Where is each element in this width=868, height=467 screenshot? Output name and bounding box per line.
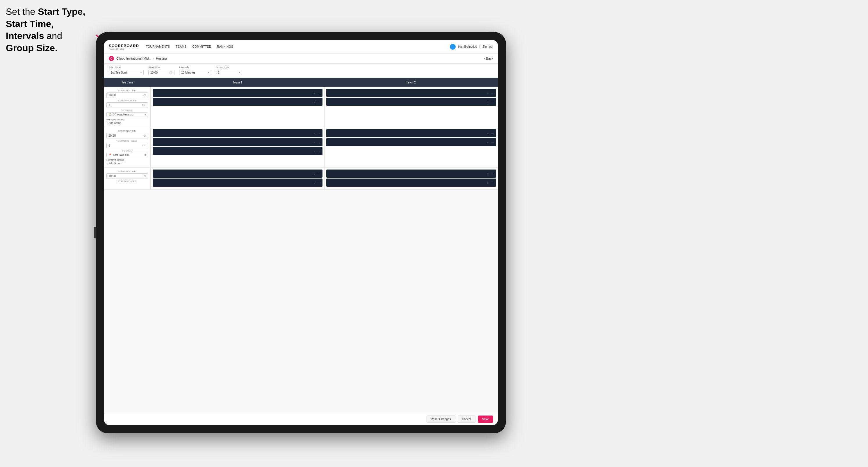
tablet-screen: SCOREBOARD Powered by clipp TOURNAMENTS … — [104, 40, 498, 425]
breadcrumb-icon: C — [109, 56, 114, 61]
group-2-team2-row-1-dots: ⋯ — [491, 182, 494, 185]
group-1-team1-row-0-remove[interactable]: × — [313, 132, 315, 135]
intervals-label: Intervals — [179, 66, 211, 69]
group-2-team1-row-1-remove[interactable]: × — [313, 182, 315, 185]
action-bar: Reset Changes Cancel Save — [104, 413, 498, 425]
group-1-actions: Remove Group + Add Group — [106, 158, 148, 165]
group-1-team1-row-1-dots: ⋯ — [317, 141, 320, 144]
group-row-1: STARTING TIME: 10:10 ⏱ STARTING HOLE: 1 … — [104, 127, 498, 167]
group-0-team2-row-0-dots: ⋯ — [491, 92, 494, 95]
group-2-team1-row-0: × ⋯ — [153, 169, 322, 178]
group-0-starting-hole-input[interactable]: 1 ⬆⬇ — [106, 102, 148, 108]
group-0-actions: Remove Group + Add Group — [106, 118, 148, 124]
group-1-team1-row-1-remove[interactable]: × — [313, 141, 315, 144]
group-1-team1-row-0: × ⋯ — [153, 129, 322, 137]
th-tee-time: Tee Time — [104, 80, 151, 85]
group-1-starting-hole-input[interactable]: 1 ⬆⬇ — [106, 143, 148, 148]
breadcrumb-tournament[interactable]: Clippd Invitational (Mid... — [116, 57, 151, 60]
group-1-course-icon: 📍 — [108, 154, 112, 156]
cancel-button[interactable]: Cancel — [458, 415, 475, 423]
group-0-team1-row-1: × ⋯ — [153, 98, 322, 106]
group-0-course-icon: 🏌 — [108, 113, 112, 116]
group-2-starting-time-label: STARTING TIME: — [106, 170, 148, 173]
nav-teams[interactable]: TEAMS — [176, 44, 186, 49]
group-2-team2-row-0-remove[interactable]: × — [487, 173, 489, 176]
group-1-team2: × ⋯ × ⋯ — [324, 127, 498, 167]
intervals-field: Intervals 10 Minutes ▾ — [179, 66, 211, 75]
group-1-team1-row-1: × ⋯ — [153, 138, 322, 146]
group-0-team1: × ⋯ × ⋯ — [151, 87, 324, 127]
group-0-team2-row-0: × ⋯ — [326, 89, 496, 97]
group-row-2: STARTING TIME: 10:20 ⏱ STARTING HOLE: — [104, 168, 498, 190]
sign-out-link[interactable]: Sign out — [483, 45, 493, 48]
group-0-team2-row-1-remove[interactable]: × — [487, 101, 489, 104]
group-2-team2-row-1: × ⋯ — [326, 179, 496, 187]
group-0-team1-row-1-dots: ⋯ — [317, 101, 320, 104]
start-time-value: 10:00 — [150, 71, 158, 74]
nav-committee[interactable]: COMMITTEE — [192, 44, 211, 49]
group-1-add-link[interactable]: + Add Group — [106, 162, 148, 165]
group-1-remove-link[interactable]: Remove Group — [106, 158, 148, 161]
group-size-value: 3 — [218, 71, 220, 74]
group-0-controls: STARTING TIME: 10:00 ⏱ STARTING HOLE: 1 … — [104, 87, 151, 127]
group-1-starting-hole-label: STARTING HOLE: — [106, 139, 148, 142]
group-2-team1-row-0-dots: ⋯ — [317, 173, 320, 176]
breadcrumb-separator: › — [153, 57, 154, 60]
nav-tournaments[interactable]: TOURNAMENTS — [146, 44, 170, 49]
instruction-text: Set the Start Type, Start Time, Interval… — [6, 6, 96, 54]
start-time-select[interactable]: 10:00 🕐 — [148, 70, 175, 75]
nav-right: blair@clippd.io | Sign out — [450, 44, 493, 50]
start-type-label: Start Type — [109, 66, 144, 69]
group-0-team1-row-0-dots: ⋯ — [317, 92, 320, 95]
user-avatar — [450, 44, 456, 50]
group-0-starting-time-input[interactable]: 10:00 ⏱ — [106, 92, 148, 98]
group-1-team2-row-1-remove[interactable]: × — [487, 141, 489, 144]
reset-button[interactable]: Reset Changes — [427, 415, 455, 423]
group-2-team1-row-1-dots: ⋯ — [317, 182, 320, 185]
logo-text: SCOREBOARD — [109, 43, 139, 48]
group-0-course-tag: 🏌 (A) Peachtree GC × — [106, 112, 148, 117]
nav-rankings[interactable]: RANKINGS — [217, 44, 233, 49]
navbar: SCOREBOARD Powered by clipp TOURNAMENTS … — [104, 40, 498, 54]
group-0-team1-row-0-remove[interactable]: × — [313, 92, 315, 95]
start-type-field: Start Type 1st Tee Start ▾ — [109, 66, 144, 75]
group-0-add-link[interactable]: + Add Group — [106, 122, 148, 124]
table-header: Tee Time Team 1 Team 2 — [104, 78, 498, 87]
start-type-select[interactable]: 1st Tee Start ▾ — [109, 70, 144, 75]
group-1-starting-time-label: STARTING TIME: — [106, 130, 148, 132]
group-size-select[interactable]: 3 ▾ — [216, 70, 242, 75]
group-2-starting-time-input[interactable]: 10:20 ⏱ — [106, 173, 148, 179]
group-2-team2-row-0: × ⋯ — [326, 169, 496, 178]
intervals-select[interactable]: 10 Minutes ▾ — [179, 70, 211, 75]
group-0-team1-row-1-remove[interactable]: × — [313, 101, 315, 104]
group-0-team2: × ⋯ × ⋯ — [324, 87, 498, 127]
logo-area: SCOREBOARD Powered by clipp — [109, 43, 139, 50]
save-button[interactable]: Save — [478, 415, 493, 423]
group-0-clock-icon: ⏱ — [143, 94, 146, 97]
group-1-controls: STARTING TIME: 10:10 ⏱ STARTING HOLE: 1 … — [104, 127, 151, 167]
breadcrumb-section: Hosting — [156, 57, 166, 60]
group-1-team2-row-0-remove[interactable]: × — [487, 132, 489, 135]
group-1-team1-row-2-remove[interactable]: × — [313, 150, 315, 153]
group-2-team2-row-1-remove[interactable]: × — [487, 182, 489, 185]
group-2-team2: × ⋯ × ⋯ — [324, 168, 498, 189]
group-1-starting-time-input[interactable]: 10:10 ⏱ — [106, 133, 148, 138]
group-0-starting-time-label: STARTING TIME: — [106, 89, 148, 92]
group-1-team2-row-0: × ⋯ — [326, 129, 496, 137]
tablet-frame: SCOREBOARD Powered by clipp TOURNAMENTS … — [96, 32, 506, 433]
back-button[interactable]: ‹ Back — [484, 57, 493, 60]
group-1-team1-row-0-dots: ⋯ — [317, 132, 320, 135]
group-2-team1-row-0-remove[interactable]: × — [313, 173, 315, 176]
group-0-course-remove[interactable]: × — [145, 113, 146, 116]
start-type-value: 1st Tee Start — [111, 71, 127, 74]
group-1-course-tag: 📍 East Lake GC × — [106, 153, 148, 157]
group-row-0: STARTING TIME: 10:00 ⏱ STARTING HOLE: 1 … — [104, 87, 498, 127]
group-0-team2-row-0-remove[interactable]: × — [487, 92, 489, 95]
group-2-clock-icon: ⏱ — [143, 175, 146, 178]
group-1-course-remove[interactable]: × — [145, 154, 146, 156]
group-1-course-label: COURSE: — [106, 150, 148, 152]
group-2-team1: × ⋯ × ⋯ — [151, 168, 324, 189]
intervals-chevron: ▾ — [208, 71, 209, 74]
group-0-remove-link[interactable]: Remove Group — [106, 118, 148, 121]
group-1-team2-row-1: × ⋯ — [326, 138, 496, 146]
